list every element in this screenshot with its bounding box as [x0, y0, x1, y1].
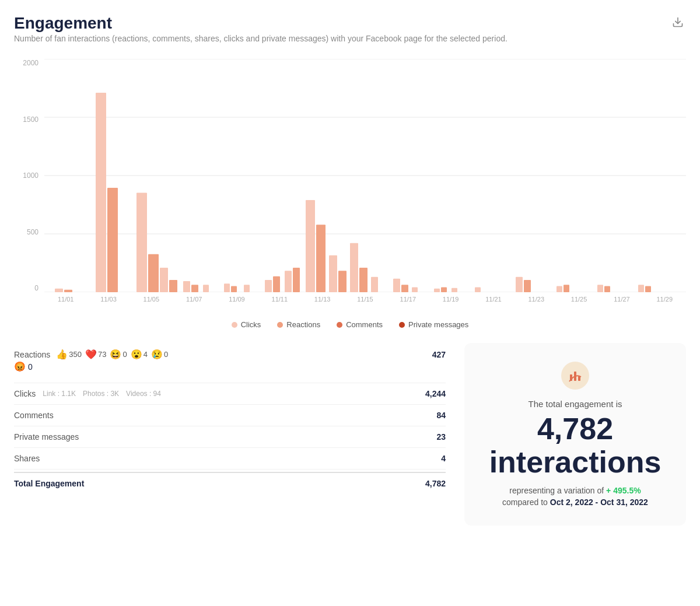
x-label-1103: 11/03 [87, 296, 130, 303]
total-engagement-row: Total Engagement 4,782 [14, 472, 446, 494]
panel-interactions-text: 4,782 interactions [489, 412, 662, 479]
svg-rect-20 [265, 280, 272, 292]
panel-variation-row: representing a variation of + 495.5% [509, 486, 640, 495]
legend-private-messages: Private messages [399, 320, 468, 329]
svg-rect-19 [244, 285, 250, 292]
panel-icon [561, 362, 589, 390]
svg-rect-40 [556, 286, 562, 292]
legend-comments: Comments [337, 320, 383, 329]
x-label-1113: 11/13 [301, 296, 344, 303]
svg-rect-13 [169, 280, 177, 292]
svg-rect-12 [160, 268, 168, 292]
love-emoji: ❤️ [85, 349, 97, 360]
love-count: 73 [98, 350, 106, 359]
chart-container: 0 500 1000 1500 2000 [14, 59, 686, 316]
y-label-0: 0 [14, 284, 43, 292]
svg-rect-29 [359, 268, 368, 292]
reactions-row-second: 😡 0 [14, 361, 33, 377]
haha-emoji: 😆 [110, 349, 121, 360]
svg-rect-26 [329, 255, 337, 292]
sad-emoji: 😢 [151, 349, 163, 360]
legend-dot-private-messages [399, 322, 405, 328]
haha-count: 0 [123, 350, 127, 359]
chart-area [44, 59, 686, 292]
svg-rect-25 [316, 225, 326, 292]
svg-rect-32 [401, 285, 408, 292]
shares-total: 4 [441, 454, 446, 463]
legend-label-clicks: Clicks [241, 320, 261, 329]
svg-rect-41 [564, 285, 569, 292]
x-label-1121: 11/21 [472, 296, 514, 303]
wow-count: 4 [144, 350, 148, 359]
right-panel: The total engagement is 4,782 interactio… [464, 343, 686, 526]
clicks-sub-videos: Videos : 94 [126, 390, 161, 398]
reaction-sad: 😢 0 [151, 349, 168, 360]
svg-rect-9 [107, 188, 118, 292]
reactions-row-first: Reactions 👍 350 ❤️ 73 😆 0 😮 [14, 349, 446, 360]
legend-label-reactions: Reactions [286, 320, 320, 329]
reaction-like: 👍 350 [56, 349, 82, 360]
panel-comparison-date: Oct 2, 2022 - Oct 31, 2022 [550, 498, 648, 507]
comments-label: Comments [14, 411, 54, 420]
svg-rect-43 [604, 286, 610, 292]
x-label-1127: 11/27 [600, 296, 643, 303]
chart-legend: Clicks Reactions Comments Private messag… [14, 320, 686, 329]
svg-rect-14 [183, 281, 190, 292]
panel-comparison-row: compared to Oct 2, 2022 - Oct 31, 2022 [502, 498, 648, 507]
svg-rect-10 [136, 192, 147, 292]
reaction-wow: 😮 4 [131, 349, 148, 360]
svg-rect-27 [338, 271, 346, 292]
svg-rect-39 [524, 280, 531, 292]
svg-rect-31 [393, 279, 400, 292]
like-emoji: 👍 [56, 349, 68, 360]
comments-stat-row: Comments 84 [14, 405, 446, 426]
y-axis: 0 500 1000 1500 2000 [14, 59, 43, 292]
y-label-1000: 1000 [14, 171, 43, 180]
svg-rect-22 [285, 271, 292, 292]
svg-rect-8 [96, 93, 106, 292]
total-engagement-label: Total Engagement [14, 479, 84, 488]
legend-dot-reactions [277, 322, 283, 328]
legend-clicks: Clicks [232, 320, 261, 329]
page-subtitle: Number of fan interactions (reactions, c… [14, 33, 508, 45]
svg-rect-33 [412, 288, 418, 292]
reactions-total: 427 [432, 350, 446, 359]
svg-rect-30 [371, 277, 378, 292]
svg-rect-21 [273, 276, 280, 292]
y-label-500: 500 [14, 228, 43, 236]
svg-rect-24 [306, 200, 315, 292]
legend-reactions: Reactions [277, 320, 320, 329]
stats-table: Reactions 👍 350 ❤️ 73 😆 0 😮 [14, 343, 446, 494]
svg-rect-17 [224, 283, 230, 292]
header: Engagement Number of fan interactions (r… [14, 14, 686, 57]
download-button[interactable] [670, 14, 686, 33]
legend-dot-comments [337, 322, 342, 328]
clicks-sub-photos: Photos : 3K [83, 390, 119, 398]
svg-rect-28 [350, 243, 358, 292]
x-label-1107: 11/07 [173, 296, 215, 303]
panel-variation-value: + 495.5% [606, 486, 641, 495]
reactions-stat-row: Reactions 👍 350 ❤️ 73 😆 0 😮 [14, 343, 446, 383]
y-label-1500: 1500 [14, 115, 43, 124]
clicks-sub: Link : 1.1K [43, 390, 76, 398]
shares-label: Shares [14, 454, 40, 463]
x-label-1123: 11/23 [515, 296, 558, 303]
svg-rect-11 [148, 254, 159, 292]
panel-interactions: 4,782 interactions [478, 412, 672, 479]
svg-rect-16 [203, 285, 209, 292]
panel-title: The total engagement is [528, 399, 622, 409]
page-title: Engagement [14, 14, 508, 33]
angry-count: 0 [28, 362, 33, 372]
x-label-1119: 11/19 [429, 296, 472, 303]
panel-variation-label: representing a variation of [509, 486, 604, 495]
svg-rect-18 [231, 286, 237, 292]
svg-rect-37 [475, 288, 481, 292]
clicks-total: 4,244 [425, 389, 446, 398]
panel-comparison-label: compared to [502, 498, 548, 507]
x-label-1101: 11/01 [44, 296, 87, 303]
comments-total: 84 [436, 411, 446, 420]
svg-rect-42 [597, 285, 603, 292]
x-label-1105: 11/05 [130, 296, 173, 303]
x-label-1117: 11/17 [387, 296, 429, 303]
svg-rect-44 [638, 285, 644, 292]
